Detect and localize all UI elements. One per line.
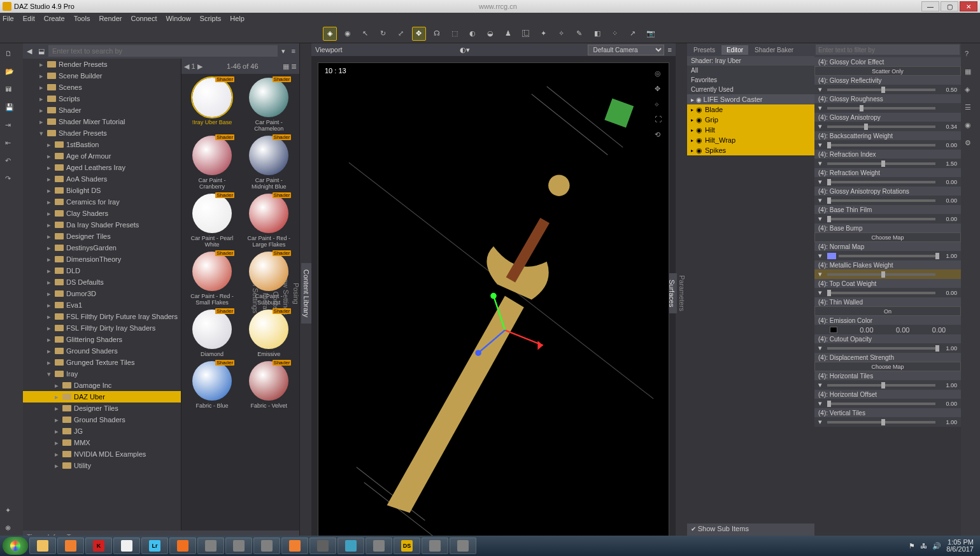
tree-item[interactable]: ▸FSL Filthy Dirty Future Iray Shaders — [23, 311, 181, 322]
param-header[interactable]: (4): Glossy Anisotropy Rotations — [814, 187, 961, 196]
tool-universal[interactable]: ◈ — [323, 27, 337, 41]
panel-menu-icon[interactable]: ≡ — [289, 47, 298, 55]
reset-icon[interactable]: ⟲ — [655, 131, 666, 142]
tree-item[interactable]: ▸Scene Builder — [23, 70, 181, 82]
tree-item[interactable]: ▸Grunged Texture Tiles — [23, 357, 181, 368]
param-header[interactable]: (4): Refraction Index — [814, 150, 961, 159]
start-button[interactable] — [3, 537, 28, 555]
open-file-icon[interactable]: 📂 — [5, 68, 18, 80]
param-header[interactable]: (4): Metallic Flakes Weight — [814, 260, 961, 269]
param-slider[interactable]: ▾0.50 — [814, 85, 961, 94]
shader-thumbnail[interactable]: ShaderFabric - Velvet — [246, 361, 291, 409]
param-slider[interactable]: ▾0.00 — [814, 399, 961, 408]
gizmo-settings-icon[interactable]: ❋ — [5, 524, 18, 537]
param-dropdown[interactable]: Choose Map — [814, 232, 961, 242]
param-dropdown[interactable]: Scatter Only — [814, 66, 961, 76]
tree-item[interactable]: ▾Shader Presets — [23, 127, 181, 139]
store-icon[interactable]: ◈ — [965, 85, 976, 97]
surface-material-item[interactable]: ▸◉Grip — [687, 115, 814, 125]
shader-thumbnail[interactable]: ShaderCar Paint - Midnight Blue — [246, 136, 291, 190]
param-header[interactable]: (4): Base Thin Film — [814, 205, 961, 214]
viewport-3d[interactable]: 10 : 13 ◎ ✥ ⟐ ⛶ ⟲ — [318, 62, 669, 537]
nav-back-icon[interactable]: ◀ — [24, 47, 34, 55]
tree-item[interactable]: ▸AoA Shaders — [23, 173, 181, 185]
tree-item[interactable]: ▸DS Defaults — [23, 276, 181, 288]
tool-pencil[interactable]: ✎ — [572, 27, 586, 41]
tree-item[interactable]: ▸Designer Tiles — [23, 231, 181, 242]
window-maximize-button[interactable]: ▢ — [941, 1, 958, 11]
surface-object-name[interactable]: ▸ ◉ LIFE Sword Caster — [687, 94, 814, 104]
shader-thumbnail[interactable]: ShaderCar Paint - Red - Small Flakes — [190, 252, 234, 306]
param-header[interactable]: (4): Glossy Roughness — [814, 94, 961, 103]
tool-figure[interactable]: ♟ — [501, 27, 515, 41]
taskbar-item-app4[interactable] — [309, 538, 336, 554]
param-slider[interactable]: ▾0.00 — [814, 288, 961, 297]
vtab-posing[interactable]: Posing — [291, 276, 301, 311]
param-slider[interactable]: ▾1.50 — [814, 159, 961, 168]
shader-thumbnail[interactable]: ShaderCar Paint - Cranberry — [190, 136, 234, 190]
tree-item[interactable]: ▸Da Iray Shader Presets — [23, 219, 181, 231]
menu-connect[interactable]: Connect — [131, 15, 157, 22]
tree-item[interactable]: ▸Render Presets — [23, 59, 181, 70]
param-header[interactable]: (4): Refraction Weight — [814, 168, 961, 177]
param-header[interactable]: (4): Top Coat Weight — [814, 279, 961, 288]
dolly-icon[interactable]: ⟐ — [655, 100, 666, 111]
tree-item[interactable]: ▸Utility — [23, 460, 181, 471]
taskbar-item-app5[interactable] — [337, 538, 364, 554]
account-icon[interactable]: ☰ — [965, 103, 976, 115]
new-file-icon[interactable]: 🗋 — [5, 50, 18, 62]
export-icon[interactable]: ⇤ — [5, 139, 18, 152]
menu-render[interactable]: Render — [99, 15, 122, 22]
filter-all[interactable]: All — [687, 66, 814, 75]
param-header[interactable]: (4): Base Bump — [814, 224, 961, 232]
param-slider[interactable]: ▾0.00 — [814, 177, 961, 187]
filter-currently-used[interactable]: Currently Used — [687, 85, 814, 94]
tray-volume-icon[interactable]: 🔊 — [932, 542, 941, 550]
param-header[interactable]: (4): Cutout Opacity — [814, 334, 961, 343]
taskbar-item-ds[interactable]: DS — [394, 538, 420, 554]
window-close-button[interactable]: ✕ — [960, 1, 977, 11]
tree-item[interactable]: ▸Age of Armour — [23, 150, 181, 162]
param-color[interactable]: 0.000.000.00 — [814, 325, 961, 334]
import-icon[interactable]: ⇥ — [5, 121, 18, 134]
tool-drops[interactable]: ⁘ — [608, 27, 622, 41]
tree-item[interactable]: ▸Damage Inc — [23, 380, 181, 391]
taskbar-item-app7[interactable] — [422, 538, 448, 554]
param-slider[interactable]: ▾0.34 — [814, 122, 961, 131]
orbit-icon[interactable]: ◎ — [655, 69, 666, 81]
param-slider[interactable]: ▾1.00 — [814, 380, 961, 390]
tool-scale[interactable]: ⤢ — [394, 27, 408, 41]
taskbar-item-lr[interactable]: Lr — [141, 538, 168, 554]
vtab-parameters[interactable]: Parameters — [677, 269, 687, 318]
content-search-input[interactable] — [48, 45, 278, 57]
shader-thumbnail[interactable]: ShaderFabric - Blue — [190, 361, 234, 409]
tool-translate[interactable]: ✥ — [412, 27, 426, 41]
param-header[interactable]: (4): Glossy Reflectivity — [814, 76, 961, 85]
menu-create[interactable]: Create — [44, 15, 65, 22]
param-header[interactable]: (4): Horizontal Offset — [814, 390, 961, 399]
shader-thumbnail[interactable]: ShaderCar Paint - Chameleon — [246, 78, 291, 132]
tool-render-settings[interactable]: ↗ — [626, 27, 640, 41]
shader-thumbnail[interactable]: ShaderCar Paint - Pearl White — [190, 194, 234, 248]
tool-active-pose[interactable]: ☊ — [430, 27, 444, 41]
shader-thumbnail[interactable]: Shader!Iray Uber Base — [190, 78, 234, 132]
tree-item[interactable]: ▸Designer Tiles — [23, 403, 181, 414]
window-minimize-button[interactable]: — — [921, 1, 939, 11]
tab-editor[interactable]: Editor — [721, 45, 748, 55]
taskbar-item-app3[interactable] — [253, 538, 280, 554]
tree-item[interactable]: ▸DestinysGarden — [23, 242, 181, 253]
param-header[interactable]: (4): Backscattering Weight — [814, 131, 961, 140]
tree-item[interactable]: ▸NVIDIA MDL Examples — [23, 448, 181, 460]
tree-item[interactable]: ▸JG — [23, 425, 181, 437]
frame-icon[interactable]: ⛶ — [655, 115, 666, 127]
gizmo-icon[interactable]: ✦ — [5, 506, 18, 519]
tree-item[interactable]: ▸Glittering Shaders — [23, 334, 181, 345]
menu-scripts[interactable]: Scripts — [200, 15, 222, 22]
tree-item[interactable]: ▸Ground Shaders — [23, 345, 181, 357]
param-header[interactable]: (4): Horizontal Tiles — [814, 371, 961, 380]
save-as-icon[interactable]: 💾 — [5, 103, 18, 116]
taskbar-item-firefox[interactable] — [169, 538, 196, 554]
tab-shader-baker[interactable]: Shader Baker — [749, 45, 799, 55]
menu-window[interactable]: Window — [166, 15, 190, 22]
param-header[interactable]: (4): Thin Walled — [814, 297, 961, 306]
